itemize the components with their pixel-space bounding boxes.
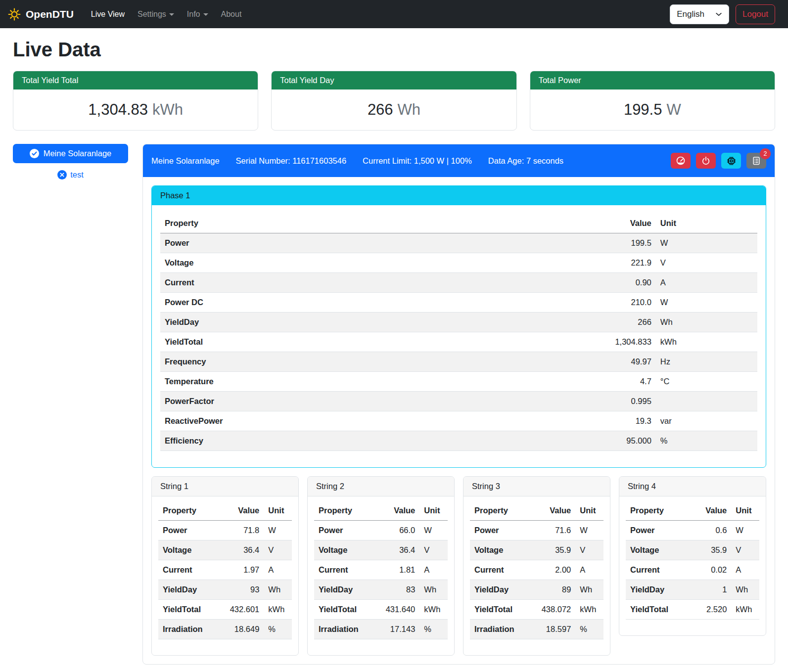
nav-item-live-view[interactable]: Live View <box>85 6 131 23</box>
property-label: Voltage <box>626 540 696 560</box>
table-row: YieldDay266Wh <box>160 313 757 332</box>
nav-item-info[interactable]: Info <box>181 6 215 23</box>
card-title: Total Power <box>530 71 775 90</box>
brand-name: OpenDTU <box>26 8 74 20</box>
nav-item-about[interactable]: About <box>215 6 248 23</box>
limit-settings-button[interactable] <box>671 153 691 169</box>
inverter-limit: Current Limit: 1,500 W | 100% <box>363 156 472 166</box>
sidebar-item-test[interactable]: test <box>57 170 84 179</box>
property-unit: V <box>419 540 448 560</box>
column-value: Value <box>226 501 264 521</box>
inverter-sidebar: Meine Solaranlage test <box>13 144 128 179</box>
property-unit: W <box>419 521 448 540</box>
property-value: 0.02 <box>696 560 731 580</box>
property-unit: W <box>656 233 757 253</box>
column-unit: Unit <box>419 501 448 521</box>
property-unit: Wh <box>575 580 603 600</box>
string-table: Property Value Unit Power0.6W Voltage35.… <box>626 501 759 620</box>
property-unit: kWh <box>419 600 448 620</box>
property-label: Current <box>626 560 696 580</box>
table-row: Frequency49.97Hz <box>160 352 757 372</box>
table-row: YieldDay83Wh <box>314 580 448 600</box>
string-4-card: String 4 Property Value Unit <box>619 476 766 636</box>
power-settings-button[interactable] <box>696 153 716 169</box>
nav-menu: Live View Settings Info About <box>85 6 248 23</box>
property-label: Current <box>158 560 226 580</box>
property-value: 71.8 <box>226 521 264 540</box>
power-icon <box>701 156 711 166</box>
sidebar-item-meine-solaranlage[interactable]: Meine Solaranlage <box>13 144 128 163</box>
property-label: YieldDay <box>160 313 578 332</box>
column-value: Value <box>696 501 731 521</box>
property-unit: A <box>731 560 759 580</box>
property-value: 19.3 <box>578 411 656 431</box>
column-property: Property <box>158 501 226 521</box>
string-3-card: String 3 Property Value Unit <box>463 476 610 656</box>
property-unit: W <box>656 293 757 313</box>
property-unit: V <box>656 253 757 273</box>
column-value: Value <box>381 501 420 521</box>
property-value: 2.00 <box>537 560 576 580</box>
property-value: 36.4 <box>226 540 264 560</box>
column-unit: Unit <box>575 501 603 521</box>
brand-logo[interactable]: OpenDTU <box>8 8 74 21</box>
column-value: Value <box>537 501 576 521</box>
card-unit: kWh <box>152 101 183 118</box>
property-unit: Hz <box>656 352 757 372</box>
property-value: 17.143 <box>381 620 420 639</box>
property-value: 83 <box>381 580 420 600</box>
property-value: 210.0 <box>578 293 656 313</box>
string-1-card: String 1 Property Value Unit <box>151 476 299 656</box>
property-unit: Wh <box>264 580 292 600</box>
table-header-row: Property Value Unit <box>470 501 603 521</box>
table-header-row: Property Value Unit <box>158 501 292 521</box>
property-label: Power <box>314 521 381 540</box>
sidebar-item-label: test <box>70 170 84 179</box>
inverter-serial: Serial Number: 116171603546 <box>236 156 347 166</box>
property-unit: var <box>656 411 757 431</box>
property-value: 266 <box>578 313 656 332</box>
table-row: Irradiation18.649% <box>158 620 292 639</box>
property-unit: % <box>575 620 603 639</box>
property-unit: % <box>264 620 292 639</box>
property-value: 4.7 <box>578 372 656 392</box>
cpu-icon <box>726 156 737 166</box>
property-value: 71.6 <box>537 521 576 540</box>
property-label: Power <box>626 521 696 540</box>
table-row: YieldDay1Wh <box>626 580 759 600</box>
event-log-button[interactable]: 2 <box>746 153 766 169</box>
property-unit: V <box>575 540 603 560</box>
card-title: Total Yield Day <box>272 71 516 90</box>
property-label: YieldTotal <box>470 600 537 620</box>
property-value: 49.97 <box>578 352 656 372</box>
property-label: Current <box>314 560 381 580</box>
table-row: ReactivePower19.3var <box>160 411 757 431</box>
property-label: Irradiation <box>470 620 537 639</box>
logout-button[interactable]: Logout <box>736 4 775 24</box>
table-row: Power71.8W <box>158 521 292 540</box>
device-info-button[interactable] <box>721 153 741 169</box>
table-row: Current1.97A <box>158 560 292 580</box>
table-row: YieldTotal432.601kWh <box>158 600 292 620</box>
property-label: YieldTotal <box>160 332 578 352</box>
property-label: Temperature <box>160 372 578 392</box>
nav-item-settings[interactable]: Settings <box>131 6 181 23</box>
string-title: String 1 <box>152 477 298 496</box>
property-label: ReactivePower <box>160 411 578 431</box>
table-row: YieldTotal1,304.833kWh <box>160 332 757 352</box>
property-label: Power DC <box>160 293 578 313</box>
property-label: Voltage <box>470 540 537 560</box>
property-value: 18.649 <box>226 620 264 639</box>
property-value: 66.0 <box>381 521 420 540</box>
table-row: YieldDay93Wh <box>158 580 292 600</box>
inverter-header: Meine Solaranlage Serial Number: 1161716… <box>143 144 775 177</box>
check-circle-icon <box>30 149 39 158</box>
property-value: 431.640 <box>381 600 420 620</box>
property-label: Power <box>470 521 537 540</box>
card-value: 1,304.83 <box>88 101 148 118</box>
property-value: 36.4 <box>381 540 420 560</box>
phase-table: Property Value Unit Power199.5W Voltage2… <box>160 214 757 451</box>
language-select[interactable]: English <box>670 4 729 24</box>
inverter-actions: 2 <box>671 153 766 169</box>
phase-title: Phase 1 <box>152 186 766 205</box>
